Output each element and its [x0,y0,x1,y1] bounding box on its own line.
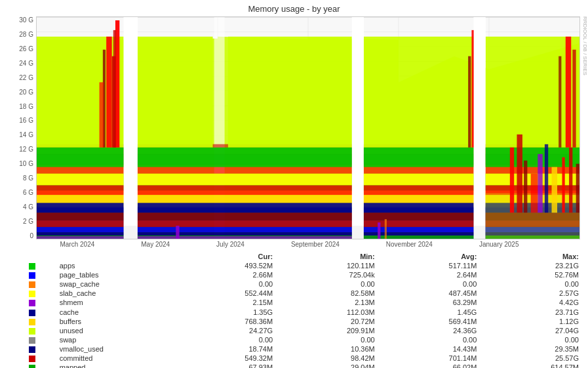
legend-color-swatch [29,310,35,316]
svg-rect-115 [37,226,579,239]
legend-label: committed [57,354,174,363]
legend-color-swatch [29,365,35,368]
x-axis: March 2024 May 2024 July 2024 September … [37,241,542,248]
y-tick: 16 G [19,117,33,124]
svg-rect-64 [364,213,474,220]
legend-row: slab_cache 552.44M 82.58M 487.45M 2.57G [26,289,581,298]
legend-avg: 701.14M [378,354,480,363]
legend-avg: 14.43M [378,344,480,354]
legend-cur: 24.27G [174,326,276,335]
legend-row: committed 549.32M 98.42M 701.14M 25.57G [26,354,581,363]
svg-rect-48 [364,174,474,186]
svg-rect-62 [37,213,124,220]
legend-min: 209.91M [275,326,378,335]
legend-min: 29.04M [275,363,378,368]
legend-color-swatch [29,291,35,297]
legend-color-cell [26,279,57,289]
legend-avg-header: Avg: [378,252,480,261]
chart-container [36,16,580,239]
legend-cur: 493.52M [174,261,276,270]
rrd-link: RRDIOOL / DB / SERIES [580,16,588,239]
legend-avg: 569.41M [378,317,480,326]
legend-color-cell [26,317,57,326]
legend-row: swap_cache 0.00 0.00 0.00 0.00 [26,279,581,289]
legend-color-swatch [29,319,35,325]
svg-rect-56 [364,195,474,203]
svg-rect-105 [510,148,514,213]
y-tick: 12 G [19,146,33,153]
legend-max: 2.57G [479,289,581,298]
legend-color-cell [26,344,57,354]
legend-avg: 63.29M [378,298,480,307]
legend-color-cell [26,289,57,298]
legend-label: vmalloc_used [57,344,174,354]
legend-cur: 768.36M [174,317,276,326]
legend-color-cell [26,307,57,316]
legend-max: 1.12G [479,317,581,326]
y-tick: 6 G [23,189,33,196]
legend-spacer [26,252,174,261]
svg-rect-95 [566,37,571,148]
y-tick: 30 G [19,16,33,24]
svg-rect-45 [486,148,579,167]
svg-rect-59 [138,203,352,213]
legend-avg: 2.64M [378,270,480,279]
y-tick: 18 G [19,103,33,110]
legend-avg: 517.11M [378,261,480,270]
legend-max-header: Max: [479,252,581,261]
legend-cur: 0.00 [174,335,276,344]
legend-cur-header: Cur: [174,252,276,261]
svg-rect-87 [100,82,104,147]
svg-rect-114 [576,164,579,213]
legend-label: buffers [57,317,174,326]
legend-label: shmem [57,298,174,307]
svg-rect-98 [124,17,136,239]
legend-color-cell [26,363,57,368]
svg-rect-113 [569,148,572,213]
legend-row: unused 24.27G 209.91M 24.36G 27.04G [26,326,581,335]
svg-rect-50 [37,185,124,195]
legend-row: apps 493.52M 120.11M 517.11M 23.21G [26,261,581,270]
legend-max: 0.00 [479,335,581,344]
svg-rect-93 [468,56,471,148]
legend-color-swatch [29,263,35,270]
legend-cur: 549.32M [174,354,276,363]
legend-max: 0.00 [479,279,581,289]
svg-rect-55 [138,195,352,203]
legend-row: cache 1.35G 112.03M 1.45G 23.71G [26,307,581,316]
legend-label: unused [57,326,174,335]
legend-color-cell [26,270,57,279]
legend-min: 0.00 [275,335,378,344]
legend-avg: 24.36G [378,326,480,335]
legend-min: 120.11M [275,261,378,270]
y-tick: 0 [29,232,33,239]
legend-min: 112.03M [275,307,378,316]
legend-label: swap_cache [57,279,174,289]
legend-label: apps [57,261,174,270]
legend-row: mapped 67.93M 29.04M 66.02M 614.57M [26,363,581,368]
svg-rect-100 [474,17,484,239]
legend-color-cell [26,298,57,307]
legend-avg: 0.00 [378,335,480,344]
y-tick: 8 G [23,174,33,182]
legend-label: page_tables [57,270,174,279]
legend-row: buffers 768.36M 20.72M 569.41M 1.12G [26,317,581,326]
legend-label: cache [57,307,174,316]
svg-rect-54 [37,195,124,203]
legend-max: 614.57M [479,363,581,368]
legend-color-swatch [29,272,35,279]
legend-max: 23.71G [479,307,581,316]
y-tick: 4 G [23,203,33,211]
y-tick: 24 G [19,60,33,67]
legend-min: 10.36M [275,344,378,354]
x-tick-july: July 2024 [216,241,245,248]
y-tick: 2 G [23,218,33,225]
svg-rect-111 [552,167,557,213]
legend-min-header: Min: [275,252,378,261]
legend-min: 98.42M [275,354,378,363]
legend-avg: 66.02M [378,363,480,368]
legend-row: shmem 2.15M 2.13M 63.29M 4.42G [26,298,581,307]
legend-row: page_tables 2.66M 725.04k 2.64M 52.76M [26,270,581,279]
svg-rect-47 [138,174,352,186]
svg-rect-58 [37,203,124,213]
